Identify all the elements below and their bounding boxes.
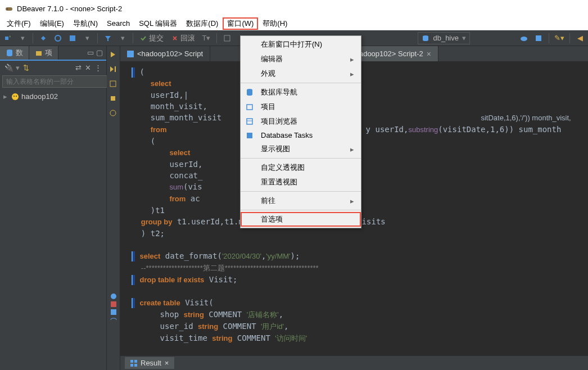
menu-edit[interactable]: 编辑(E) — [35, 17, 69, 30]
svg-rect-4 — [70, 35, 75, 41]
menu-db-tasks[interactable]: Database Tasks — [241, 129, 361, 142]
result-tab[interactable]: Result × — [125, 357, 174, 369]
tab-project[interactable]: 项 — [29, 46, 58, 60]
menu-icon[interactable]: ⋮ — [94, 64, 102, 72]
tasks-icon — [245, 131, 254, 140]
editor-gutter-left — [107, 46, 120, 370]
browser-icon — [245, 117, 254, 126]
menu-navigate[interactable]: 导航(N) — [69, 17, 102, 30]
export-icon[interactable] — [110, 300, 117, 308]
project-icon — [245, 102, 254, 111]
menu-editor-submenu[interactable]: 编辑器▸ — [241, 52, 361, 66]
dropdown-icon[interactable]: ▾ — [82, 33, 93, 44]
run-icon[interactable] — [109, 51, 118, 60]
commit-button[interactable]: 提交 — [138, 33, 166, 43]
dropdown2-icon[interactable]: ▾ — [117, 33, 128, 44]
svg-rect-26 — [134, 364, 137, 367]
pencil-icon[interactable]: ✎▾ — [554, 33, 565, 44]
svg-point-18 — [111, 294, 116, 299]
tab-project-label: 项 — [45, 48, 52, 58]
close-result-icon[interactable]: × — [165, 359, 169, 367]
run-script-icon[interactable] — [109, 65, 118, 74]
svg-rect-23 — [130, 360, 133, 363]
maximize-icon[interactable]: ▢ — [96, 48, 103, 57]
svg-point-7 — [521, 37, 527, 41]
menu-appearance-submenu[interactable]: 外观▸ — [241, 66, 361, 81]
save-icon[interactable] — [533, 33, 544, 44]
tree-item-label: hadoop102 — [21, 92, 58, 101]
editor-tab-label: <hadoop102> Script — [137, 49, 203, 58]
back-icon[interactable]: ◀ — [575, 33, 586, 44]
svg-rect-31 — [247, 133, 252, 138]
settings-icon[interactable] — [110, 292, 117, 300]
menu-db-nav[interactable]: 数据库导航 — [241, 85, 361, 100]
menu-custom-perspective[interactable]: 自定义透视图 — [241, 160, 361, 175]
svg-rect-10 — [36, 51, 42, 56]
stop-icon[interactable] — [109, 94, 118, 103]
result-tab-label: Result — [141, 359, 161, 367]
history-icon[interactable] — [109, 109, 118, 118]
menu-help[interactable]: 帮助(H) — [258, 17, 292, 30]
menu-window[interactable]: 窗口(W) — [223, 17, 258, 30]
editor-tab-label: <hadoop102> Script-2 — [351, 49, 423, 58]
left-panel-tabs: 数 项 ▭ ▢ — [0, 46, 106, 61]
menu-database[interactable]: 数据库(D) — [182, 17, 223, 30]
menubar: 文件(F) 编辑(E) 导航(N) Search SQL 编辑器 数据库(D) … — [0, 17, 588, 30]
svg-rect-20 — [111, 309, 116, 315]
db-icon — [245, 88, 254, 97]
svg-point-1 — [7, 8, 8, 10]
cloud-icon[interactable] — [518, 33, 530, 44]
left-toolbar: 🔌 ▾ ⇅ ⇄ ✕ ⋮ — [0, 61, 106, 74]
sql-icon[interactable] — [67, 33, 78, 44]
refresh-icon[interactable] — [52, 33, 64, 44]
minimize-icon[interactable]: ▭ — [87, 48, 94, 57]
menu-show-view-submenu[interactable]: 显示视图▸ — [241, 142, 361, 156]
new-connection-icon[interactable] — [2, 33, 13, 44]
svg-point-11 — [12, 93, 19, 100]
tree-item-hadoop102[interactable]: ▸ hadoop102 — [3, 91, 103, 102]
link-icon[interactable] — [110, 316, 117, 324]
svg-rect-19 — [111, 301, 116, 307]
menu-goto-submenu[interactable]: 前往▸ — [241, 193, 361, 208]
filter-icon[interactable] — [102, 33, 114, 44]
left-panel: 数 项 ▭ ▢ 🔌 ▾ ⇅ ⇄ ✕ ⋮ ▸ hadoop102 — [0, 46, 107, 370]
menu-sql-editor[interactable]: SQL 编辑器 — [134, 17, 182, 30]
tool-icon[interactable]: ▾ — [17, 33, 28, 44]
svg-point-12 — [13, 96, 15, 97]
menu-preferences[interactable]: 首选项 — [241, 212, 361, 227]
svg-rect-8 — [536, 35, 541, 41]
menu-reset-perspective[interactable]: 重置透视图 — [241, 175, 361, 189]
titlebar-text: DBeaver 7.1.0 - <none> Script-2 — [17, 4, 122, 13]
svg-point-13 — [16, 96, 17, 97]
menu-project-item[interactable]: 项目 — [241, 100, 361, 114]
tab-database[interactable]: 数 — [0, 46, 29, 60]
import-icon[interactable] — [110, 308, 117, 316]
plug-icon[interactable] — [38, 33, 49, 44]
svg-point-3 — [55, 35, 61, 41]
tree-search-input[interactable] — [2, 75, 108, 88]
menu-project-browser[interactable]: 项目浏览器 — [241, 114, 361, 129]
close-tab-icon[interactable]: × — [427, 49, 431, 58]
window-menu-dropdown: 在新窗口中打开(N) 编辑器▸ 外观▸ 数据库导航 项目 项目浏览器 Datab… — [240, 35, 361, 228]
svg-rect-25 — [130, 364, 133, 367]
box-icon[interactable] — [221, 33, 233, 44]
app-icon — [4, 4, 13, 13]
filter2-icon[interactable]: ⇅ — [23, 64, 31, 71]
menu-new-window[interactable]: 在新窗口中打开(N) — [241, 37, 361, 52]
editor-tab-script1[interactable]: <hadoop102> Script — [120, 46, 210, 61]
explain-icon[interactable] — [109, 80, 118, 89]
connect-icon[interactable]: 🔌 — [4, 64, 12, 71]
rollback-button[interactable]: 回滚 — [169, 33, 197, 43]
titlebar: DBeaver 7.1.0 - <none> Script-2 — [0, 0, 588, 17]
code-fragment: sitDate,1,6),'/')) month_visit, — [481, 114, 571, 122]
tree-expand-icon[interactable]: ▸ — [3, 92, 9, 101]
expand-icon[interactable]: ⇄ — [75, 64, 82, 72]
db-selector-label: db_hive — [433, 34, 459, 42]
svg-rect-29 — [247, 119, 252, 124]
tx-dropdown-icon[interactable]: T▾ — [201, 33, 212, 44]
db-selector[interactable]: db_hive ▾ — [418, 32, 470, 44]
collapse-icon[interactable]: ✕ — [85, 64, 91, 72]
menu-file[interactable]: 文件(F) — [2, 17, 35, 30]
hive-icon — [11, 93, 19, 101]
menu-search[interactable]: Search — [102, 18, 134, 29]
